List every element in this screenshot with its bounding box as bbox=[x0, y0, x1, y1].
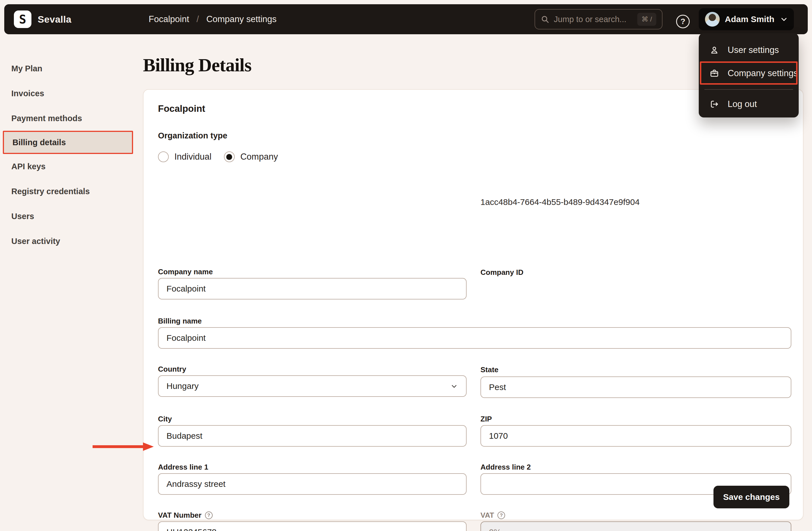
breadcrumb-page[interactable]: Company settings bbox=[206, 14, 277, 24]
radio-individual[interactable]: Individual bbox=[158, 151, 212, 162]
state-label: State bbox=[480, 365, 498, 374]
breadcrumb-org[interactable]: Focalpoint bbox=[149, 14, 189, 24]
zip-label: ZIP bbox=[480, 415, 492, 424]
country-select[interactable]: Hungary bbox=[158, 375, 467, 397]
vat-number-label-text: VAT Number bbox=[158, 511, 202, 520]
search-placeholder: Jump to or search... bbox=[554, 15, 633, 24]
company-name-label: Company name bbox=[158, 267, 213, 276]
sidebar-item-invoices[interactable]: Invoices bbox=[0, 81, 142, 106]
vat-input bbox=[480, 521, 791, 531]
breadcrumb-separator: / bbox=[197, 14, 199, 24]
sidebar-item-payment-methods[interactable]: Payment methods bbox=[0, 106, 142, 131]
city-input[interactable] bbox=[158, 425, 467, 447]
billing-name-input[interactable] bbox=[158, 327, 791, 349]
user-icon bbox=[710, 45, 719, 55]
country-value: Hungary bbox=[166, 381, 199, 391]
company-id-label: Company ID bbox=[480, 268, 523, 277]
radio-company[interactable]: Company bbox=[224, 151, 278, 162]
breadcrumb: Focalpoint / Company settings bbox=[149, 4, 277, 34]
radio-company-circle bbox=[224, 151, 235, 162]
menu-item-user-settings[interactable]: User settings bbox=[699, 40, 799, 60]
state-input[interactable] bbox=[480, 377, 791, 398]
sidebar-item-api-keys[interactable]: API keys bbox=[0, 154, 142, 179]
page-title: Billing Details bbox=[143, 54, 251, 76]
radio-individual-label: Individual bbox=[174, 152, 212, 162]
chevron-down-icon bbox=[780, 16, 788, 23]
brand-name: Sevalla bbox=[38, 14, 71, 25]
vat-label: VAT bbox=[480, 511, 505, 520]
radio-company-label: Company bbox=[241, 152, 278, 162]
vat-label-text: VAT bbox=[480, 511, 494, 520]
billing-name-label: Billing name bbox=[158, 317, 202, 325]
org-type-label: Organization type bbox=[158, 131, 227, 141]
org-type-radio-group: Individual Company bbox=[158, 151, 278, 162]
menu-item-company-settings[interactable]: Company settings bbox=[699, 62, 799, 84]
card-company-title: Focalpoint bbox=[158, 103, 205, 114]
sidebar-item-user-activity[interactable]: User activity bbox=[0, 229, 142, 254]
search-icon bbox=[541, 15, 549, 24]
sidebar-item-my-plan[interactable]: My Plan bbox=[0, 56, 142, 81]
sidebar-item-users[interactable]: Users bbox=[0, 204, 142, 229]
topbar: S Sevalla Focalpoint / Company settings … bbox=[4, 4, 808, 34]
billing-details-card: Focalpoint Organization type Individual … bbox=[143, 89, 803, 520]
radio-individual-circle bbox=[158, 151, 169, 162]
settings-sidebar: My Plan Invoices Payment methods Billing… bbox=[0, 56, 142, 254]
vat-number-input[interactable] bbox=[158, 521, 467, 531]
menu-item-log-out[interactable]: Log out bbox=[699, 94, 799, 114]
sidebar-item-billing-details[interactable]: Billing details bbox=[3, 131, 133, 154]
company-id-value: 1acc48b4-7664-4b55-b489-9d4347e9f904 bbox=[480, 197, 640, 207]
select-chevron-icon bbox=[450, 382, 458, 390]
country-label: Country bbox=[158, 365, 186, 374]
menu-item-label: Company settings bbox=[728, 68, 798, 78]
address-line-1-input[interactable] bbox=[158, 473, 467, 495]
logout-icon bbox=[710, 99, 719, 109]
company-name-input[interactable] bbox=[158, 278, 467, 299]
vat-number-help-icon[interactable] bbox=[205, 512, 213, 519]
user-name: Adam Smith bbox=[725, 14, 774, 24]
zip-input[interactable] bbox=[480, 425, 791, 447]
menu-item-label: Log out bbox=[728, 99, 757, 109]
briefcase-icon bbox=[710, 69, 719, 78]
search-shortcut-badge: ⌘ / bbox=[637, 13, 656, 26]
sevalla-logo-icon[interactable]: S bbox=[14, 11, 31, 28]
menu-divider bbox=[705, 89, 793, 90]
user-dropdown-menu: User settings Company settings Log out bbox=[699, 33, 799, 117]
address-line-1-label: Address line 1 bbox=[158, 463, 208, 472]
vat-number-label: VAT Number bbox=[158, 511, 213, 520]
sidebar-item-registry-credentials[interactable]: Registry credentials bbox=[0, 179, 142, 204]
address-line-2-label: Address line 2 bbox=[480, 463, 531, 472]
menu-item-label: User settings bbox=[728, 45, 779, 55]
save-changes-button[interactable]: Save changes bbox=[713, 486, 789, 508]
vat-help-icon[interactable] bbox=[497, 512, 505, 519]
avatar bbox=[705, 12, 720, 27]
city-label: City bbox=[158, 415, 172, 424]
search-input[interactable]: Jump to or search... ⌘ / bbox=[535, 9, 663, 29]
user-menu-button[interactable]: Adam Smith bbox=[699, 8, 794, 30]
help-icon[interactable] bbox=[676, 15, 690, 28]
